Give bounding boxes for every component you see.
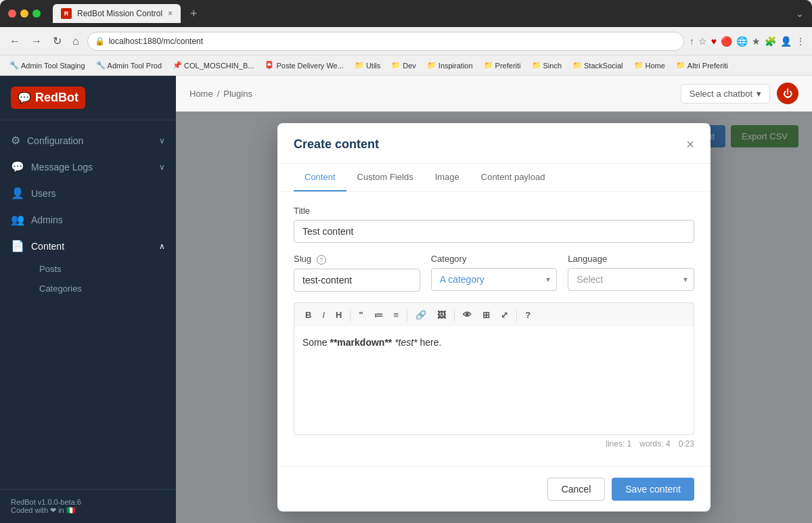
language-select[interactable]: Select xyxy=(568,268,694,291)
back-button[interactable]: ← xyxy=(7,32,23,50)
create-content-modal: Create content × Content Custom Fields I… xyxy=(277,123,710,511)
sidebar-item-users[interactable]: 👤 Users xyxy=(0,180,176,206)
slug-label: Slug ? xyxy=(294,254,420,265)
sidebar-item-admins[interactable]: 👥 Admins xyxy=(0,206,176,233)
app-container: 💬 RedBot ⚙ Configuration ∨ 💬 Message Log… xyxy=(0,76,812,523)
extension-icon[interactable]: 🔴 xyxy=(721,36,732,47)
slug-field-group: Slug ? xyxy=(294,254,420,292)
fullscreen-button[interactable]: ⤢ xyxy=(497,307,512,323)
sidebar-logo: 💬 RedBot xyxy=(0,76,176,120)
chevron-down-icon: ▾ xyxy=(757,89,761,99)
bookmark-dev[interactable]: 📁 Dev xyxy=(387,60,420,71)
ext4-icon[interactable]: 🧩 xyxy=(765,36,776,47)
bookmark-inspiration[interactable]: 📁 Inspiration xyxy=(423,60,477,71)
help-button[interactable]: ? xyxy=(521,307,535,323)
sidebar-subitem-posts[interactable]: Posts xyxy=(28,259,176,279)
browser-menu-dots-icon[interactable]: ⋮ xyxy=(796,36,805,47)
tab-custom-fields[interactable]: Custom Fields xyxy=(346,164,424,191)
bookmark-admin-prod[interactable]: 🔧 Admin Tool Prod xyxy=(92,60,166,71)
modal-footer: Cancel Save content xyxy=(277,466,710,511)
quote-button[interactable]: " xyxy=(355,307,367,323)
bookmark-preferiti[interactable]: 📁 Preferiti xyxy=(480,60,525,71)
title-input[interactable] xyxy=(294,220,694,243)
tab-content-payload[interactable]: Content payload xyxy=(470,164,556,191)
editor-textarea[interactable]: Some **markdown** *test* here. xyxy=(294,327,694,435)
time-elapsed: 0:23 xyxy=(679,439,694,449)
bookmark-star-icon[interactable]: ☆ xyxy=(698,36,707,47)
sidebar-item-label: Message Logs xyxy=(31,162,152,173)
preview-button[interactable]: 👁 xyxy=(459,307,476,323)
bookmark-folder-icon: 📁 xyxy=(355,61,364,70)
italic-button[interactable]: I xyxy=(318,307,329,323)
unordered-list-button[interactable]: ≔ xyxy=(370,307,387,323)
tab-favicon: R xyxy=(61,8,72,19)
category-select[interactable]: A category xyxy=(431,268,558,291)
bookmark-poste[interactable]: 📮 Poste Delivery We... xyxy=(261,60,347,71)
home-button[interactable]: ⌂ xyxy=(70,32,82,50)
cancel-button[interactable]: Cancel xyxy=(547,478,606,501)
sidebar: 💬 RedBot ⚙ Configuration ∨ 💬 Message Log… xyxy=(0,76,176,523)
share-icon[interactable]: ↑ xyxy=(690,36,694,47)
minimize-traffic-light[interactable] xyxy=(20,9,28,18)
bookmark-sinch[interactable]: 📁 Sinch xyxy=(528,60,566,71)
gear-icon: ⚙ xyxy=(11,134,20,147)
user-icon: 👤 xyxy=(11,187,24,200)
sidebar-subitem-categories[interactable]: Categories xyxy=(28,279,176,298)
bookmark-home[interactable]: 📁 Home xyxy=(630,60,669,71)
browser-menu-icon[interactable]: ⌄ xyxy=(796,8,804,19)
image-button[interactable]: 🖼 xyxy=(433,307,450,323)
modal-close-button[interactable]: × xyxy=(686,137,694,152)
bookmark-icon: 📌 xyxy=(173,61,182,70)
avatar-icon[interactable]: 👤 xyxy=(780,36,792,47)
sidebar-item-label: Admins xyxy=(31,214,165,225)
version-text: RedBot v1.0.0-beta.6 xyxy=(11,498,165,506)
address-bar[interactable]: 🔒 localhost:1880/mc/content xyxy=(87,32,684,51)
logo-chat-icon: 💬 xyxy=(18,91,31,104)
bookmark-admin-staging[interactable]: 🔧 Admin Tool Staging xyxy=(5,60,89,71)
logo-box: 💬 RedBot xyxy=(11,87,85,109)
close-traffic-light[interactable] xyxy=(8,9,16,18)
breadcrumb-home[interactable]: Home xyxy=(189,89,213,99)
bookmark-icon: 📮 xyxy=(265,61,274,70)
slug-info-icon[interactable]: ? xyxy=(317,255,326,265)
heading-button[interactable]: H xyxy=(332,307,346,323)
chevron-down-icon: ∨ xyxy=(159,136,165,145)
bookmark-altri[interactable]: 📁 Altri Preferiti xyxy=(672,60,732,71)
active-browser-tab[interactable]: R RedBot Mission Control × xyxy=(53,4,181,23)
sidebar-nav: ⚙ Configuration ∨ 💬 Message Logs ∨ 👤 Use… xyxy=(0,120,176,489)
sidebar-item-message-logs[interactable]: 💬 Message Logs ∨ xyxy=(0,154,176,180)
ext3-icon[interactable]: ★ xyxy=(752,36,761,47)
bookmark-stacksocial[interactable]: 📁 StackSocial xyxy=(568,60,627,71)
url-text: localhost:1880/mc/content xyxy=(109,37,203,46)
grid-button[interactable]: ⊞ xyxy=(478,307,494,323)
tab-content[interactable]: Content xyxy=(294,164,346,191)
select-chatbot-button[interactable]: Select a chatbot ▾ xyxy=(681,84,770,104)
document-icon: 📄 xyxy=(11,240,24,252)
category-select-wrapper: A category ▾ xyxy=(431,268,558,291)
maximize-traffic-light[interactable] xyxy=(32,9,41,18)
ext2-icon[interactable]: 🌐 xyxy=(736,36,748,47)
sidebar-item-label: Users xyxy=(31,188,165,199)
bookmark-col[interactable]: 📌 COL_MOSCHIN_B... xyxy=(168,60,258,71)
header-right: Select a chatbot ▾ ⏻ xyxy=(681,83,798,104)
ordered-list-button[interactable]: ≡ xyxy=(390,307,403,323)
sidebar-item-content[interactable]: 📄 Content ∧ xyxy=(0,233,176,259)
forward-button[interactable]: → xyxy=(28,32,45,50)
modal-body: Title Slug ? xyxy=(277,192,710,466)
sidebar-item-label: Configuration xyxy=(27,135,152,146)
bookmark-icon: 🔧 xyxy=(9,61,19,70)
bold-button[interactable]: B xyxy=(301,307,315,323)
power-button[interactable]: ⏻ xyxy=(777,83,798,104)
new-tab-button[interactable]: + xyxy=(190,7,198,21)
tab-close-icon[interactable]: × xyxy=(168,9,173,18)
select-chatbot-label: Select a chatbot xyxy=(690,89,752,99)
save-content-button[interactable]: Save content xyxy=(612,478,694,501)
bookmark-utils[interactable]: 📁 Utils xyxy=(351,60,384,71)
refresh-button[interactable]: ↻ xyxy=(50,32,64,50)
slug-input[interactable] xyxy=(294,269,420,292)
sidebar-item-configuration[interactable]: ⚙ Configuration ∨ xyxy=(0,127,176,154)
readlist-icon[interactable]: ♥ xyxy=(711,36,717,47)
tab-image[interactable]: Image xyxy=(424,164,470,191)
link-button[interactable]: 🔗 xyxy=(411,307,430,323)
title-field-group: Title xyxy=(294,206,694,243)
